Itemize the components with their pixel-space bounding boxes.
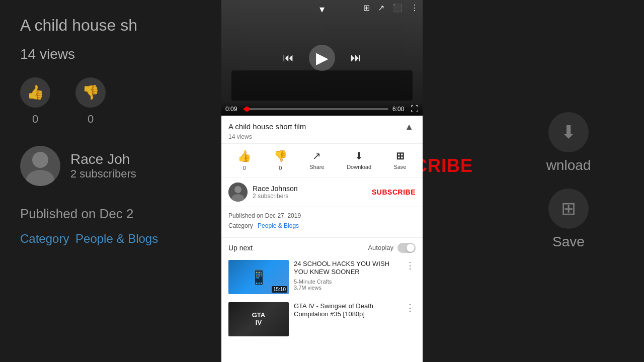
- recommended-video-2[interactable]: GTAIV GTA IV - Swingset of Death Compila…: [221, 298, 423, 340]
- bg-like-label: 0: [32, 113, 38, 126]
- panel-title-section: A child house short film 14 views: [228, 122, 403, 140]
- video-1-title: 24 SCHOOL HACKS YOU WISH YOU KNEW SOONER: [294, 260, 399, 277]
- like-count: 0: [243, 165, 246, 171]
- bg-download-icon: ⬇: [548, 112, 589, 152]
- like-button[interactable]: 👍 0: [237, 150, 251, 171]
- svg-point-1: [26, 170, 54, 186]
- panel-header: A child house short film 14 views ▲: [221, 116, 423, 144]
- video-title: A child house short film: [228, 122, 403, 132]
- cast-icon[interactable]: ⬛: [392, 3, 403, 13]
- recommended-video-1[interactable]: 📱 15:10 24 SCHOOL HACKS YOU WISH YOU KNE…: [221, 256, 423, 298]
- like-icon: 👍: [237, 150, 251, 163]
- play-icon: ▶: [316, 48, 329, 67]
- bg-like-icon: 👍: [20, 77, 50, 108]
- video-1-views: 3.7M views: [294, 285, 399, 291]
- next-button[interactable]: ⏭: [350, 51, 361, 64]
- progress-fill: [244, 108, 247, 110]
- panel-collapse-button[interactable]: ▲: [403, 122, 416, 132]
- save-label: Save: [394, 164, 407, 170]
- content-panel: A child house short film 14 views ▲ 👍 0 …: [221, 116, 423, 362]
- info-section: Published on Dec 27, 2019 Category Peopl…: [221, 207, 423, 238]
- video-bottom-controls: 0:09 6:00 ⛶: [221, 103, 423, 116]
- video-thumb-2: GTAIV: [228, 302, 289, 336]
- bg-category-label: Category: [20, 232, 69, 245]
- video-1-more-button[interactable]: ⋮: [405, 260, 416, 271]
- upnext-label: Up next: [228, 244, 253, 252]
- video-thumb-1: 📱 15:10: [228, 260, 289, 294]
- video-1-duration: 15:10: [272, 286, 287, 293]
- fullscreen-button[interactable]: ⛶: [411, 105, 419, 114]
- chevron-down-icon[interactable]: ▾: [319, 3, 325, 15]
- phone-container: ▾ ⊞ ↗ ⬛ ⋮ ⏮ ▶ ⏭ 0:09 6:00 ⛶: [221, 0, 423, 362]
- video-top-controls: ▾ ⊞ ↗ ⬛ ⋮: [221, 0, 423, 16]
- previous-button[interactable]: ⏮: [283, 51, 294, 64]
- channel-name: Race Johnson: [253, 185, 372, 193]
- furniture-silhouette: [231, 70, 413, 101]
- share-button[interactable]: ↗ Share: [309, 150, 324, 171]
- share-top-icon[interactable]: ↗: [378, 3, 384, 13]
- video-2-info: GTA IV - Swingset of Death Compilation #…: [294, 302, 399, 321]
- thumb-phone-icon: 📱: [250, 268, 268, 285]
- autoplay-label: Autoplay: [368, 244, 393, 251]
- video-views: 14 views: [228, 133, 403, 140]
- save-icon: ⊞: [396, 150, 405, 162]
- current-time: 0:09: [225, 106, 239, 113]
- autoplay-toggle[interactable]: [397, 243, 416, 253]
- total-time: 6:00: [392, 106, 407, 113]
- video-1-info: 24 SCHOOL HACKS YOU WISH YOU KNEW SOONER…: [294, 260, 399, 291]
- download-button[interactable]: ⬇ Download: [347, 150, 371, 171]
- play-button[interactable]: ▶: [309, 45, 335, 71]
- bg-dislike-icon: 👎: [75, 77, 106, 108]
- dislike-button[interactable]: 👎 0: [274, 150, 287, 171]
- gta-logo: GTAIV: [252, 311, 265, 327]
- dislike-icon: 👎: [274, 150, 287, 163]
- save-button[interactable]: ⊞ Save: [394, 150, 407, 171]
- bg-download-label: wnload: [546, 157, 591, 173]
- svg-point-3: [234, 186, 242, 193]
- bg-category-value: People & Blogs: [75, 232, 158, 245]
- bg-dislike-action: 👎 0: [75, 77, 106, 126]
- download-icon: ⬇: [355, 150, 363, 162]
- video-1-channel: 5-Minute Crafts: [294, 279, 399, 285]
- channel-avatar[interactable]: [228, 183, 248, 202]
- dislike-count: 0: [279, 165, 282, 171]
- svg-point-0: [32, 152, 48, 168]
- bg-channel-avatar: [20, 146, 60, 186]
- add-to-queue-icon[interactable]: ⊞: [363, 3, 370, 13]
- video-playback-controls: ⏮ ▶ ⏭: [283, 45, 361, 71]
- share-label: Share: [309, 164, 324, 170]
- progress-dot: [245, 107, 250, 112]
- channel-avatar-svg: [228, 183, 248, 202]
- video-2-more-button[interactable]: ⋮: [405, 302, 416, 313]
- bg-save-icon: ⊞: [548, 189, 589, 229]
- category-label: Category: [228, 222, 253, 229]
- download-label: Download: [347, 164, 371, 170]
- category-row: Category People & Blogs: [228, 222, 416, 229]
- bg-save-action: ⊞ Save: [548, 189, 589, 250]
- channel-info: Race Johnson 2 subscribers: [253, 185, 372, 200]
- subscribe-button[interactable]: SUBSCRIBE: [372, 188, 416, 196]
- bg-download-action: ⬇ wnload: [546, 112, 591, 173]
- bg-avatar-svg: [20, 146, 60, 186]
- share-icon: ↗: [312, 150, 321, 162]
- bg-right-panel: ⬇ wnload ⊞ Save: [493, 0, 644, 362]
- more-options-icon[interactable]: ⋮: [411, 3, 419, 13]
- channel-subscribers: 2 subscribers: [253, 193, 372, 200]
- progress-bar[interactable]: [244, 108, 388, 110]
- action-buttons-row: 👍 0 👎 0 ↗ Share ⬇ Download ⊞ Save: [221, 144, 423, 177]
- bg-save-label: Save: [552, 234, 585, 250]
- channel-row: Race Johnson 2 subscribers SUBSCRIBE: [221, 177, 423, 207]
- video-player[interactable]: ▾ ⊞ ↗ ⬛ ⋮ ⏮ ▶ ⏭ 0:09 6:00 ⛶: [221, 0, 423, 116]
- bg-like-action: 👍 0: [20, 77, 50, 126]
- bg-dislike-label: 0: [88, 113, 94, 126]
- video-2-title: GTA IV - Swingset of Death Compilation #…: [294, 302, 399, 319]
- published-date: Published on Dec 27, 2019: [228, 212, 416, 219]
- upnext-header: Up next Autoplay: [221, 238, 423, 256]
- autoplay-row: Autoplay: [368, 243, 416, 253]
- category-value-link[interactable]: People & Blogs: [258, 222, 299, 229]
